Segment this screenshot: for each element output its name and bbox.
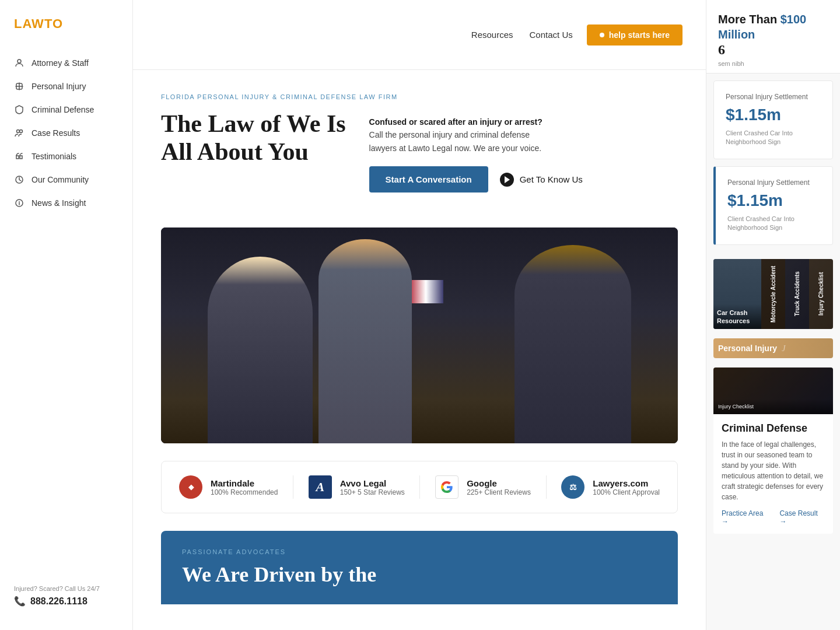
person-icon (14, 58, 24, 68)
right-panel: More Than $100 Million 6 sem nibh Person… (706, 0, 840, 630)
sidebar-item-attorney-label: Attorney & Staff (32, 58, 89, 68)
avvo-logo: A (309, 475, 332, 499)
group-icon (14, 128, 24, 138)
cta-dot (600, 33, 604, 37)
motorcycle-label: Motorcycle Accident (761, 259, 785, 329)
medical-icon (14, 81, 24, 92)
case-result-link[interactable]: Case Result → (779, 509, 825, 526)
hero-row: The Law of We Is All About You Confused … (161, 110, 678, 192)
settlement-label-1: Personal Injury Settlement (726, 93, 821, 101)
nav-contact[interactable]: Contact Us (530, 30, 573, 40)
hero-right: Confused or scared after an injury or ar… (369, 110, 583, 192)
passionate-label: PASSIONATE ADVOCATES (182, 548, 657, 555)
lawyers-desc: 100% Client Approval (593, 488, 660, 496)
criminal-card-body: Criminal Defense In the face of legal ch… (713, 414, 833, 534)
sidebar-bottom: Injured? Scared? Call Us 24/7 📞 888.226.… (0, 573, 132, 618)
resources-row: Car Crash Resources Motorcycle Accident … (713, 259, 833, 329)
lawyers-name: Lawyers.com (593, 478, 660, 488)
settlement-amount-2: $1.15m (727, 191, 821, 210)
sidebar: LAWTO Attorney & Staff Personal Injury C… (0, 0, 133, 630)
proof-divider-2 (419, 475, 420, 499)
avvo-text: Avvo Legal 150+ 5 Star Reviews (340, 478, 405, 496)
ticker-sub: sem nibh (718, 60, 828, 67)
sidebar-item-news[interactable]: News & Insight (0, 191, 132, 215)
hero-image (161, 228, 678, 443)
passionate-heading: We Are Driven by the (182, 562, 657, 587)
logo-text: LAWTO (14, 16, 63, 31)
google-desc: 225+ Client Reviews (467, 488, 531, 496)
resource-motorcycle[interactable]: Motorcycle Accident (761, 259, 785, 329)
criminal-card-image-label: Injury Checklist (713, 399, 833, 414)
sidebar-item-case-results[interactable]: Case Results (0, 121, 132, 145)
main-content: Resources Contact Us help starts here FL… (133, 0, 706, 630)
phone-icon: 📞 (14, 596, 26, 607)
practice-area-link[interactable]: Practice Area → (722, 509, 770, 526)
sidebar-item-testimonials[interactable]: Testimonials (0, 145, 132, 168)
settlement-card-2: Personal Injury Settlement $1.15m Client… (713, 166, 833, 245)
nav-resources[interactable]: Resources (471, 30, 513, 40)
sidebar-item-attorney[interactable]: Attorney & Staff (0, 51, 132, 75)
sidebar-item-news-label: News & Insight (32, 198, 86, 208)
settlement-label-2: Personal Injury Settlement (727, 178, 821, 187)
get-to-know-us-label: Get To Know Us (520, 174, 583, 184)
proof-divider-3 (546, 475, 547, 499)
avvo-name: Avvo Legal (340, 478, 405, 488)
get-to-know-us-button[interactable]: Get To Know Us (500, 173, 583, 187)
hero-heading-line2: All About You (161, 138, 309, 165)
car-crash-label: Car Crash Resources (713, 304, 761, 329)
sidebar-item-testimonials-label: Testimonials (32, 152, 76, 161)
sidebar-item-criminal-defense[interactable]: Criminal Defense (0, 98, 132, 121)
settlement-desc-1: Client Crashed Car Into Neighborhood Sig… (726, 129, 821, 147)
hero-buttons: Start A Conversation Get To Know Us (369, 166, 583, 192)
proof-divider-1 (293, 475, 293, 499)
proof-google: Google 225+ Client Reviews (435, 475, 531, 499)
martindale-text: Martindale 100% Recommended (211, 478, 278, 496)
start-conversation-button[interactable]: Start A Conversation (369, 166, 488, 192)
proof-martindale: ◆ Martindale 100% Recommended (179, 475, 278, 499)
courtroom-scene (161, 228, 678, 443)
criminal-defense-card: Injury Checklist Criminal Defense In the… (713, 368, 833, 534)
martindale-logo: ◆ (179, 475, 202, 499)
ticker-main: More Than $100 Million (718, 12, 828, 42)
injury-checklist-label: Injury Checklist (809, 259, 833, 329)
sidebar-item-criminal-defense-label: Criminal Defense (32, 105, 94, 114)
sidebar-item-case-results-label: Case Results (32, 128, 80, 138)
lawyers-text: Lawyers.com 100% Client Approval (593, 478, 660, 496)
resource-car-crash[interactable]: Car Crash Resources (713, 259, 761, 329)
truck-label: Truck Accidents (785, 259, 809, 329)
sidebar-item-community-label: Our Community (32, 175, 89, 184)
criminal-card-image: Injury Checklist (713, 368, 833, 414)
ticker-text: More Than (718, 13, 780, 26)
svg-point-0 (18, 60, 21, 63)
hero-section: FLORIDA PERSONAL INJURY & CRIMINAL DEFEN… (133, 70, 706, 228)
hero-label: FLORIDA PERSONAL INJURY & CRIMINAL DEFEN… (161, 93, 678, 100)
header: Resources Contact Us help starts here (133, 0, 706, 70)
resource-truck[interactable]: Truck Accidents (785, 259, 809, 329)
sidebar-phone[interactable]: 📞 888.226.1118 (14, 596, 118, 607)
play-icon (500, 173, 514, 187)
criminal-defense-title: Criminal Defense (722, 422, 825, 435)
phone-number: 888.226.1118 (30, 596, 88, 607)
settlement-amount-1: $1.15m (726, 106, 821, 124)
resource-injury-checklist[interactable]: Injury Checklist (809, 259, 833, 329)
sidebar-navigation: Attorney & Staff Personal Injury Crimina… (0, 46, 132, 573)
sidebar-item-personal-injury[interactable]: Personal Injury (0, 75, 132, 98)
settlement-desc-2: Client Crashed Car Into Neighborhood Sig… (727, 215, 821, 233)
sidebar-item-community[interactable]: Our Community (0, 168, 132, 191)
header-nav: Resources Contact Us (471, 30, 573, 40)
hero-heading: The Law of We Is All About You (161, 110, 346, 166)
quote-icon (14, 151, 24, 162)
proof-lawyers: ⚖ Lawyers.com 100% Client Approval (561, 475, 660, 499)
hero-heading-line1: The Law of We Is (161, 110, 346, 137)
info-icon (14, 198, 24, 208)
proof-avvo: A Avvo Legal 150+ 5 Star Reviews (309, 475, 405, 499)
help-starts-here-button[interactable]: help starts here (587, 24, 682, 46)
sidebar-item-personal-injury-label: Personal Injury (32, 82, 86, 91)
google-logo (435, 475, 459, 499)
cta-label: help starts here (609, 30, 670, 40)
sidebar-cta-label: Injured? Scared? Call Us 24/7 (14, 585, 118, 592)
martindale-desc: 100% Recommended (211, 488, 278, 496)
criminal-card-links: Practice Area → Case Result → (722, 509, 825, 526)
sidebar-logo[interactable]: LAWTO (0, 0, 132, 46)
passionate-section: PASSIONATE ADVOCATES We Are Driven by th… (161, 531, 678, 604)
